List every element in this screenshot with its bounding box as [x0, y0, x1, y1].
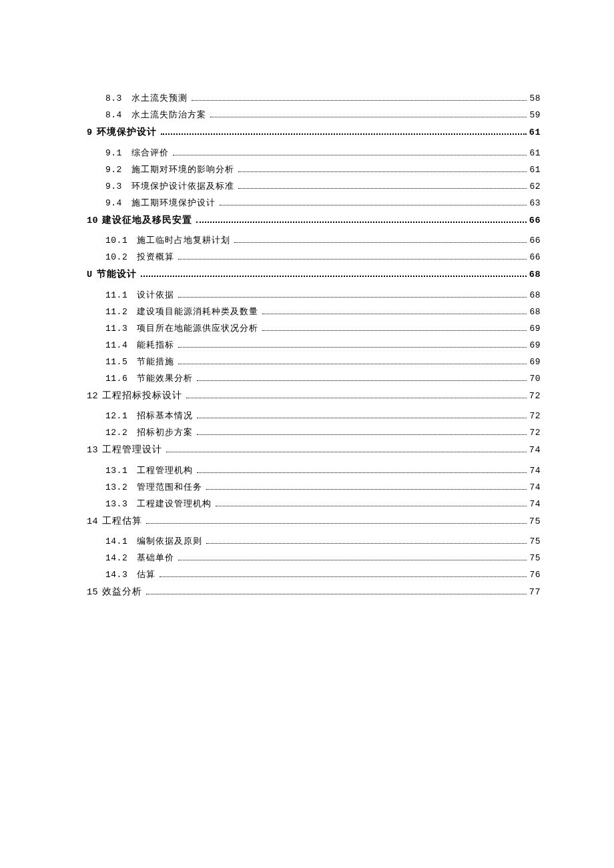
- toc-leader-dots: [197, 472, 527, 473]
- toc-entry-number: 8.4: [105, 111, 122, 119]
- toc-entry-title: 工程管理设计: [102, 445, 162, 454]
- toc-entry-page: 69: [529, 341, 541, 350]
- toc-entry-number: 10.2: [105, 253, 127, 262]
- toc-entry-page: 77: [529, 588, 541, 597]
- toc-entry-title: 工程建设管理机构: [137, 499, 212, 508]
- toc-entry-number: 11.1: [105, 291, 127, 300]
- toc-entry-page: 61: [529, 165, 541, 174]
- toc-entry: 12.2招标初步方案72: [87, 428, 541, 437]
- toc-entry: 13工程管理设计74: [87, 445, 541, 455]
- toc-entry-title: 管理范围和任务: [137, 482, 202, 491]
- toc-entry-title: 估算: [137, 570, 156, 578]
- toc-entry-page: 75: [529, 517, 541, 526]
- toc-entry-number: 9.3: [105, 182, 122, 191]
- toc-entry-page: 61: [529, 128, 541, 137]
- toc-entry: 11.2建设项目能源消耗种类及数量68: [87, 307, 541, 316]
- toc-entry: 14.3估算76: [87, 570, 541, 579]
- toc-entry-title: 工程管理机构: [137, 466, 193, 474]
- toc-entry-number: 11.4: [105, 341, 127, 350]
- toc-leader-dots: [146, 594, 527, 594]
- toc-entry-page: 69: [529, 358, 541, 366]
- toc-entry-title: 建设项目能源消耗种类及数量: [137, 307, 258, 316]
- toc-leader-dots: [197, 434, 527, 435]
- toc-entry-page: 75: [529, 537, 541, 546]
- toc-entry-page: 72: [529, 428, 541, 437]
- toc-entry-number: 12.1: [105, 412, 127, 420]
- toc-entry: 14工程估算75: [87, 516, 541, 526]
- toc-leader-dots: [166, 452, 527, 452]
- toc-entry-number: 13.1: [105, 466, 127, 475]
- toc-entry-page: 66: [529, 253, 541, 262]
- toc-entry-number: 9.1: [105, 149, 122, 157]
- toc-entry: 12工程招标投标设计72: [87, 391, 541, 401]
- toc-entry-number: 8.3: [105, 94, 122, 103]
- toc-entry-number: U: [87, 270, 93, 280]
- toc-entry-title: 综合评价: [131, 148, 169, 157]
- toc-entry: 15效益分析77: [87, 587, 541, 597]
- toc-entry-page: 59: [529, 111, 541, 119]
- toc-entry-number: 14.2: [105, 554, 127, 562]
- toc-entry-title: 招标初步方案: [137, 428, 193, 436]
- toc-entry: 11.6节能效果分析70: [87, 374, 541, 383]
- toc-leader-dots: [206, 489, 527, 490]
- toc-entry-number: 11.3: [105, 324, 127, 333]
- toc-leader-dots: [141, 276, 527, 277]
- toc-leader-dots: [197, 380, 527, 381]
- toc-entry-title: 效益分析: [102, 587, 142, 596]
- toc-leader-dots: [234, 242, 527, 243]
- toc-leader-dots: [192, 100, 527, 101]
- toc-entry-title: 工程招标投标设计: [102, 391, 182, 400]
- toc-entry: 10.1施工临时占地复耕计划66: [87, 236, 541, 245]
- toc-entry-title: 编制依据及原则: [137, 536, 202, 545]
- toc-entry: 10.2投资概算66: [87, 252, 541, 262]
- toc-entry-number: 9.2: [105, 165, 122, 174]
- toc-leader-dots: [178, 259, 527, 260]
- toc-entry: U节能设计68: [87, 270, 541, 280]
- toc-entry-number: 14.1: [105, 537, 127, 546]
- toc-entry-title: 施工期环境保护设计: [131, 198, 216, 207]
- toc-entry-page: 72: [529, 392, 541, 401]
- toc-entry-title: 能耗指标: [137, 340, 174, 349]
- toc-entry-page: 74: [529, 500, 541, 508]
- toc-entry-page: 74: [529, 483, 541, 492]
- toc-entry-title: 建设征地及移民安置: [102, 215, 192, 225]
- toc-entry: 9.1综合评价61: [87, 148, 541, 157]
- toc-entry-page: 68: [529, 291, 541, 300]
- toc-entry-number: 14.3: [105, 570, 127, 579]
- toc-entry: 14.1编制依据及原则75: [87, 536, 541, 546]
- toc-entry-title: 水土流失防治方案: [131, 110, 206, 119]
- toc-entry-page: 74: [529, 466, 541, 475]
- toc-leader-dots: [160, 576, 527, 577]
- toc-entry-number: 13.2: [105, 483, 127, 492]
- toc-entry: 11.4能耗指标69: [87, 340, 541, 350]
- toc-entry-page: 72: [529, 412, 541, 420]
- toc-entry-number: 9: [87, 128, 93, 137]
- toc-entry-number: 11.6: [105, 374, 127, 383]
- toc-entry-number: 10: [87, 216, 98, 226]
- toc-entry: 13.1工程管理机构74: [87, 466, 541, 475]
- toc-entry-number: 11.5: [105, 358, 127, 366]
- toc-entry-number: 10.1: [105, 236, 127, 245]
- toc-leader-dots: [178, 560, 527, 560]
- toc-leader-dots: [238, 188, 527, 189]
- toc-leader-dots: [161, 133, 527, 135]
- toc-entry: 9.4施工期环境保护设计63: [87, 198, 541, 207]
- toc-entry: 14.2基础单价75: [87, 553, 541, 562]
- toc-leader-dots: [196, 222, 527, 223]
- toc-leader-dots: [220, 205, 527, 205]
- toc-entry-page: 68: [529, 270, 541, 280]
- toc-leader-dots: [178, 297, 527, 298]
- toc-leader-dots: [216, 506, 527, 506]
- toc-entry: 11.3项目所在地能源供应状况分析69: [87, 324, 541, 333]
- toc-leader-dots: [146, 523, 527, 524]
- toc-entry-title: 节能措施: [137, 357, 174, 366]
- toc-entry: 13.3工程建设管理机构74: [87, 499, 541, 508]
- toc-entry-page: 66: [529, 216, 541, 226]
- toc-entry-number: 12: [87, 392, 98, 401]
- toc-leader-dots: [173, 155, 527, 155]
- toc-entry-number: 14: [87, 517, 98, 526]
- toc-entry-title: 水土流失预测: [131, 93, 188, 102]
- toc-entry-title: 项目所在地能源供应状况分析: [137, 324, 258, 332]
- toc-entry-number: 11.2: [105, 308, 127, 316]
- toc-entry-number: 12.2: [105, 428, 127, 437]
